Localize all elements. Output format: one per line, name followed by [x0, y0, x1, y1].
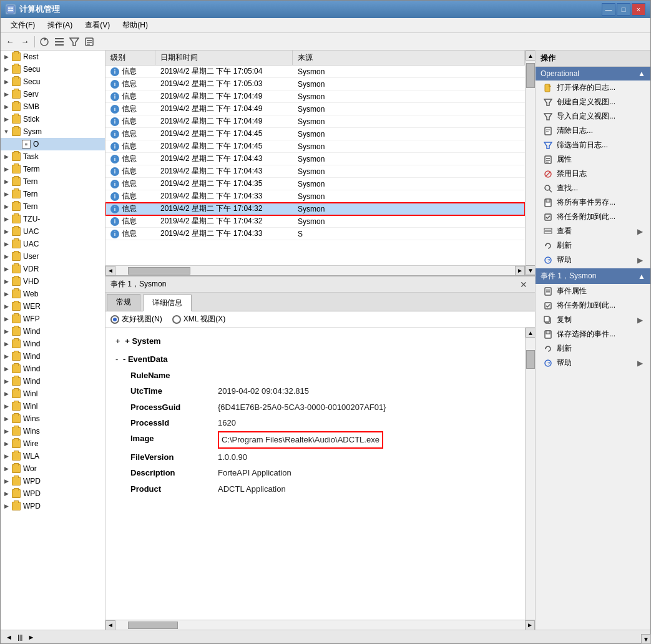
sidebar-item-tzu[interactable]: ▶ TZU- — [1, 213, 105, 225]
action-copy[interactable]: 复制 ▶ — [536, 313, 650, 327]
action-attach-task[interactable]: 将任务附加到此... — [536, 210, 650, 224]
sidebar-item-task[interactable]: ▶ Task — [1, 150, 105, 163]
action-save-selected[interactable]: 保存选择的事件... — [536, 327, 650, 341]
action-create-custom-view[interactable]: 创建自定义视图... — [536, 95, 650, 109]
log-row[interactable]: i信息2019/4/2 星期二 下午 17:04:32Sysmon — [105, 203, 525, 215]
menu-file[interactable]: 文件(F) — [6, 19, 40, 32]
log-row[interactable]: i信息2019/4/2 星期二 下午 17:05:03Sysmon — [105, 78, 525, 90]
log-row[interactable]: i信息2019/4/2 星期二 下午 17:04:32Sysmon — [105, 215, 525, 228]
scroll-left-btn[interactable]: ◄ — [105, 266, 115, 276]
log-row[interactable]: i信息2019/4/2 星期二 下午 17:04:43Sysmon — [105, 165, 525, 178]
sidebar-item-wire[interactable]: ▶ Wire — [1, 437, 105, 450]
sidebar-item-web[interactable]: ▶ Web — [1, 288, 105, 300]
sidebar-item-winl2[interactable]: ▶ Winl — [1, 400, 105, 412]
sidebar-item-stick[interactable]: ▶ Stick — [1, 113, 105, 125]
menu-action[interactable]: 操作(A) — [42, 19, 77, 32]
sidebar-item-o[interactable]: ▶ ≡ O — [1, 138, 105, 150]
sidebar-item-wer[interactable]: ▶ WER — [1, 300, 105, 313]
properties-button[interactable] — [82, 35, 96, 49]
sidebar-item-wind4[interactable]: ▶ Wind — [1, 363, 105, 375]
scroll-thumb-v[interactable] — [526, 63, 535, 88]
menu-help[interactable]: 帮助(H) — [117, 19, 153, 32]
sidebar-item-secu2[interactable]: ▶ Secu — [1, 76, 105, 88]
sidebar-item-wind3[interactable]: ▶ Wind — [1, 350, 105, 363]
scroll-right-btn[interactable]: ► — [515, 266, 525, 276]
detail-vscroll[interactable]: ▲ ▼ — [525, 328, 535, 620]
close-button[interactable]: × — [632, 3, 645, 16]
sidebar-item-wla[interactable]: ▶ WLA — [1, 450, 105, 462]
log-row[interactable]: i信息2019/4/2 星期二 下午 17:04:45Sysmon — [105, 140, 525, 153]
log-row[interactable]: i信息2019/4/2 星期二 下午 17:04:49Sysmon — [105, 103, 525, 115]
log-row[interactable]: i信息2019/4/2 星期二 下午 17:04:43Sysmon — [105, 153, 525, 165]
log-vscroll[interactable]: ▲ ▼ — [525, 51, 535, 275]
action-save-all-events[interactable]: 将所有事件另存... — [536, 195, 650, 210]
action-properties[interactable]: 属性 — [536, 152, 650, 167]
sidebar-item-smb[interactable]: ▶ SMB — [1, 100, 105, 113]
action-help[interactable]: ? 帮助 ▶ — [536, 253, 650, 267]
action-refresh[interactable]: 刷新 — [536, 238, 650, 253]
action-open-saved-log[interactable]: 打开保存的日志... — [536, 80, 650, 95]
detail-hscroll[interactable]: ◄ ► — [105, 620, 535, 630]
detail-hscroll-thumb[interactable] — [128, 622, 178, 629]
action-filter-current-log[interactable]: 筛选当前日志... — [536, 138, 650, 152]
action-import-custom-view[interactable]: 导入自定义视图... — [536, 109, 650, 124]
sidebar-item-vhd[interactable]: ▶ VHD — [1, 275, 105, 288]
log-bottom-scroll[interactable]: ◄ ► — [105, 265, 525, 275]
log-row[interactable]: i信息2019/4/2 星期二 下午 17:04:33Sysmon — [105, 190, 525, 203]
section-operational-header[interactable]: Operational ▲ — [536, 67, 650, 80]
action-view[interactable]: 查看 ▶ — [536, 224, 650, 238]
section-event-header[interactable]: 事件 1，Sysmon ▲ — [536, 268, 650, 284]
filter-button[interactable] — [67, 35, 81, 49]
sidebar-item-user[interactable]: ▶ User — [1, 250, 105, 263]
log-row[interactable]: i信息2019/4/2 星期二 下午 17:04:35Sysmon — [105, 178, 525, 190]
action-disable-log[interactable]: 禁用日志 — [536, 167, 650, 181]
sidebar-item-wfp[interactable]: ▶ WFP — [1, 313, 105, 325]
detail-scroll-thumb[interactable] — [526, 350, 535, 369]
view-xml[interactable]: XML 视图(X) — [172, 314, 226, 324]
sidebar-item-rest[interactable]: ▶ Rest — [1, 51, 105, 63]
status-left-arrow[interactable]: ◄ — [6, 633, 12, 641]
action-attach-task2[interactable]: 将任务附加到此... — [536, 298, 650, 313]
log-row[interactable]: i信息2019/4/2 星期二 下午 17:04:33S — [105, 228, 525, 240]
maximize-button[interactable]: □ — [617, 3, 630, 16]
sidebar-item-winl1[interactable]: ▶ Winl — [1, 388, 105, 400]
action-clear-log[interactable]: 清除日志... — [536, 124, 650, 138]
sidebar-item-wins2[interactable]: ▶ Wins — [1, 425, 105, 437]
sidebar-item-uac2[interactable]: ▶ UAC — [1, 238, 105, 250]
system-expand[interactable]: + — [115, 336, 120, 346]
sidebar-item-tern2[interactable]: ▶ Tern — [1, 188, 105, 200]
sidebar-item-sysm[interactable]: ▼ Sysm — [1, 125, 105, 138]
sidebar-item-serv[interactable]: ▶ Serv — [1, 88, 105, 100]
sidebar-item-tern3[interactable]: ▶ Tern — [1, 200, 105, 213]
log-row[interactable]: i信息2019/4/2 星期二 下午 17:04:45Sysmon — [105, 128, 525, 140]
tab-details[interactable]: 详细信息 — [143, 295, 192, 311]
sidebar-item-wins1[interactable]: ▶ Wins — [1, 412, 105, 425]
minimize-button[interactable]: — — [602, 3, 615, 16]
log-row[interactable]: i信息2019/4/2 星期二 下午 17:04:49Sysmon — [105, 90, 525, 103]
sidebar-item-wind1[interactable]: ▶ Wind — [1, 325, 105, 338]
sidebar-item-uac1[interactable]: ▶ UAC — [1, 225, 105, 238]
back-button[interactable]: ← — [3, 35, 17, 49]
action-find[interactable]: 查找... — [536, 181, 650, 195]
tab-general[interactable]: 常规 — [107, 294, 140, 311]
view-friendly[interactable]: 友好视图(N) — [110, 314, 162, 324]
action-event-properties[interactable]: 事件属性 — [536, 284, 650, 298]
sidebar-item-wind2[interactable]: ▶ Wind — [1, 338, 105, 350]
sidebar-item-wpd3[interactable]: ▶ WPD — [1, 500, 105, 512]
eventdata-expand[interactable]: - — [115, 354, 118, 364]
refresh-button[interactable] — [37, 35, 51, 49]
sidebar-item-wor[interactable]: ▶ Wor — [1, 462, 105, 475]
forward-button[interactable]: → — [18, 35, 32, 49]
detail-scroll-right-btn[interactable]: ► — [525, 620, 535, 630]
sidebar-item-wpd1[interactable]: ▶ WPD — [1, 475, 105, 487]
detail-scroll-up-btn[interactable]: ▲ — [526, 328, 535, 338]
scroll-thumb-h[interactable] — [128, 267, 190, 275]
event-detail-close-button[interactable]: ✕ — [517, 280, 530, 290]
log-row[interactable]: i信息2019/4/2 星期二 下午 17:04:49Sysmon — [105, 115, 525, 128]
scroll-down-btn[interactable]: ▼ — [526, 265, 535, 275]
action-help2[interactable]: ? 帮助 ▶ — [536, 356, 650, 370]
sidebar-item-wind5[interactable]: ▶ Wind — [1, 375, 105, 388]
view-button[interactable] — [52, 35, 66, 49]
detail-scroll-left-btn[interactable]: ◄ — [105, 620, 115, 630]
sidebar-item-tern1[interactable]: ▶ Tern — [1, 175, 105, 188]
